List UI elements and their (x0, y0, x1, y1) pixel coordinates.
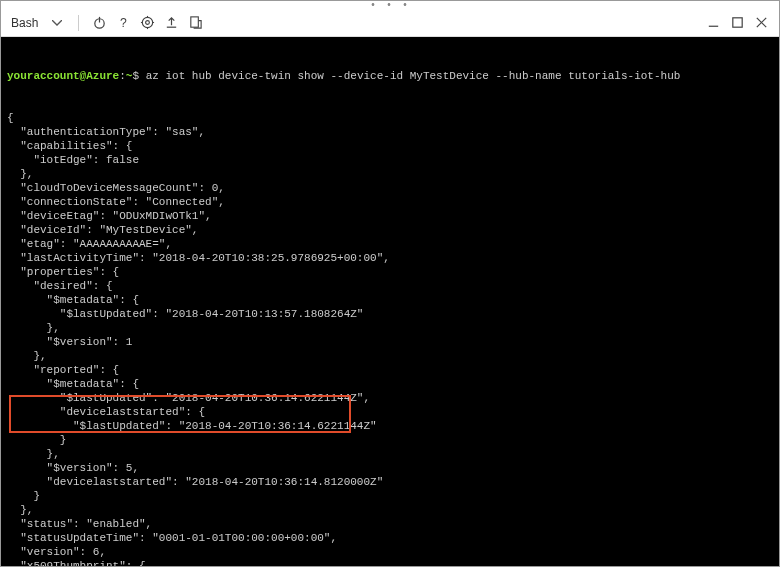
output-line: "properties": { (7, 265, 773, 279)
output-line: }, (7, 349, 773, 363)
power-icon[interactable] (87, 11, 111, 35)
svg-text:?: ? (120, 16, 127, 30)
output-line: }, (7, 321, 773, 335)
output-line: "$metadata": { (7, 293, 773, 307)
gear-icon[interactable] (135, 11, 159, 35)
command-line: youraccount@Azure:~$ az iot hub device-t… (7, 69, 773, 83)
output-line: "statusUpdateTime": "0001-01-01T00:00:00… (7, 531, 773, 545)
help-icon[interactable]: ? (111, 11, 135, 35)
divider (78, 15, 79, 31)
output-line: "$version": 1 (7, 335, 773, 349)
maximize-icon[interactable] (725, 11, 749, 35)
prompt-sep: : (119, 70, 126, 82)
drag-handle[interactable]: • • • (1, 1, 779, 9)
output-line: "etag": "AAAAAAAAAAE=", (7, 237, 773, 251)
output-line: "x509Thumbprint": { (7, 559, 773, 566)
output-line: }, (7, 503, 773, 517)
output-line: } (7, 489, 773, 503)
output-line: "desired": { (7, 279, 773, 293)
output-line: }, (7, 447, 773, 461)
output-line: "$lastUpdated": "2018-04-20T10:36:14.622… (7, 391, 773, 405)
svg-rect-10 (191, 17, 199, 27)
upload-icon[interactable] (159, 11, 183, 35)
terminal-body[interactable]: youraccount@Azure:~$ az iot hub device-t… (1, 37, 779, 566)
shell-selector[interactable]: Bash (7, 14, 70, 32)
chevron-down-icon (52, 17, 62, 28)
output-line: "devicelaststarted": "2018-04-20T10:36:1… (7, 475, 773, 489)
close-icon[interactable] (749, 11, 773, 35)
svg-point-3 (142, 17, 152, 27)
svg-rect-12 (732, 18, 741, 27)
output-line: "devicelaststarted": { (7, 405, 773, 419)
output-line: "$version": 5, (7, 461, 773, 475)
toolbar: Bash ? (1, 9, 779, 37)
output-line: "lastActivityTime": "2018-04-20T10:38:25… (7, 251, 773, 265)
output-line: "status": "enabled", (7, 517, 773, 531)
svg-point-4 (145, 21, 149, 25)
output-line: "version": 6, (7, 545, 773, 559)
minimize-icon[interactable] (701, 11, 725, 35)
output-line: "deviceId": "MyTestDevice", (7, 223, 773, 237)
output-line: "iotEdge": false (7, 153, 773, 167)
newfile-icon[interactable] (183, 11, 207, 35)
output-line: { (7, 111, 773, 125)
output-line: "deviceEtag": "ODUxMDIwOTk1", (7, 209, 773, 223)
output-line: "$metadata": { (7, 377, 773, 391)
output-line: "reported": { (7, 363, 773, 377)
prompt-symbol: $ (132, 70, 139, 82)
command-text: az iot hub device-twin show --device-id … (146, 70, 681, 82)
output-line: "connectionState": "Connected", (7, 195, 773, 209)
output-line: "$lastUpdated": "2018-04-20T10:13:57.180… (7, 307, 773, 321)
output-line: } (7, 433, 773, 447)
output-line: "cloudToDeviceMessageCount": 0, (7, 181, 773, 195)
output-line: "$lastUpdated": "2018-04-20T10:36:14.622… (7, 419, 773, 433)
terminal-window: • • • Bash ? (0, 0, 780, 567)
output-line: "authenticationType": "sas", (7, 125, 773, 139)
output-line: "capabilities": { (7, 139, 773, 153)
output-line: }, (7, 167, 773, 181)
shell-label: Bash (11, 16, 38, 30)
output-block: { "authenticationType": "sas", "capabili… (7, 111, 773, 566)
prompt-user: youraccount@Azure (7, 70, 119, 82)
